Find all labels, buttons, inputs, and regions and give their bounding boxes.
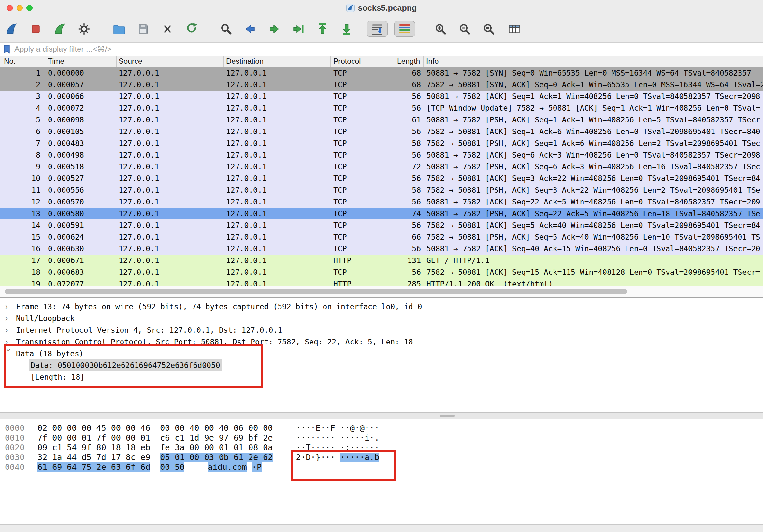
packet-row[interactable]: 8 0.000498 127.0.0.1 127.0.0.1 TCP 56 50… bbox=[0, 149, 763, 161]
go-to-packet-button[interactable] bbox=[291, 22, 306, 36]
last-packet-button[interactable] bbox=[340, 22, 354, 36]
arrow-left-icon bbox=[243, 22, 257, 36]
expander-icon[interactable] bbox=[19, 371, 31, 383]
packet-row[interactable]: 11 0.000556 127.0.0.1 127.0.0.1 TCP 58 7… bbox=[0, 184, 763, 196]
packet-row[interactable]: 2 0.000057 127.0.0.1 127.0.0.1 TCP 68 75… bbox=[0, 79, 763, 91]
hex-row[interactable]: 0000 02 00 00 00 45 00 00 46 00 00 40 00… bbox=[0, 423, 763, 433]
detail-line[interactable]: › Transmission Control Protocol, Src Por… bbox=[0, 336, 763, 348]
hex-row[interactable]: 0020 09 c1 54 9f 80 18 18 eb fe 3a 00 00… bbox=[0, 443, 763, 453]
packet-destination: 127.0.0.1 bbox=[224, 126, 331, 137]
packet-source: 127.0.0.1 bbox=[117, 278, 224, 286]
packet-time: 0.000518 bbox=[46, 161, 117, 173]
close-button[interactable] bbox=[7, 5, 13, 11]
packet-row[interactable]: 12 0.000570 127.0.0.1 127.0.0.1 TCP 56 5… bbox=[0, 196, 763, 208]
hex-row[interactable]: 0030 32 1a 44 d5 7d 17 8c e9 05 01 00 03… bbox=[0, 453, 763, 462]
column-header-info[interactable]: Info bbox=[423, 56, 763, 67]
packet-row[interactable]: 1 0.000000 127.0.0.1 127.0.0.1 TCP 68 50… bbox=[0, 67, 763, 79]
packet-length: 56 bbox=[394, 91, 423, 102]
bookmark-icon[interactable] bbox=[3, 44, 10, 54]
detail-line[interactable]: Data: 050100030b612e62616964752e636f6d00… bbox=[0, 359, 763, 371]
packet-destination: 127.0.0.1 bbox=[224, 102, 331, 114]
hex-bytes-left: 32 1a 44 d5 7d 17 8c e9 bbox=[38, 453, 150, 462]
detail-line[interactable]: › Data (18 bytes) bbox=[0, 348, 763, 359]
detail-line[interactable]: › Frame 13: 74 bytes on wire (592 bits),… bbox=[0, 301, 763, 312]
expander-icon[interactable]: › bbox=[3, 348, 15, 360]
auto-scroll-button[interactable] bbox=[367, 21, 388, 37]
packet-time: 0.000580 bbox=[46, 208, 117, 220]
packet-details-pane: › Frame 13: 74 bytes on wire (592 bits),… bbox=[0, 298, 763, 412]
hex-row[interactable]: 0040 61 69 64 75 2e 63 6f 6d 00 50 aidu.… bbox=[0, 462, 763, 472]
splitter-handle-icon[interactable] bbox=[440, 415, 455, 417]
packet-row[interactable]: 13 0.000580 127.0.0.1 127.0.0.1 TCP 74 5… bbox=[0, 208, 763, 220]
packet-protocol: TCP bbox=[331, 67, 394, 79]
detail-line[interactable]: [Length: 18] bbox=[0, 371, 763, 383]
hex-bytes-right: c6 c1 1d 9e 97 69 bf 2e bbox=[160, 433, 273, 443]
column-header-length[interactable]: Length bbox=[394, 56, 423, 67]
column-header-source[interactable]: Source bbox=[117, 56, 224, 67]
reload-file-button[interactable] bbox=[184, 22, 199, 36]
packet-list-header: No. Time Source Destination Protocol Len… bbox=[0, 56, 763, 67]
packet-row[interactable]: 16 0.000630 127.0.0.1 127.0.0.1 TCP 56 5… bbox=[0, 243, 763, 255]
packet-source: 127.0.0.1 bbox=[117, 114, 224, 126]
hex-row[interactable]: 0010 7f 00 00 01 7f 00 00 01 c6 c1 1d 9e… bbox=[0, 433, 763, 443]
start-capture-button[interactable] bbox=[5, 22, 19, 36]
first-packet-button[interactable] bbox=[315, 22, 330, 36]
packet-row[interactable]: 19 0.072077 127.0.0.1 127.0.0.1 HTTP 285… bbox=[0, 278, 763, 286]
colorize-icon bbox=[397, 22, 412, 36]
packet-row[interactable]: 7 0.000483 127.0.0.1 127.0.0.1 TCP 58 75… bbox=[0, 137, 763, 149]
packet-row[interactable]: 18 0.000683 127.0.0.1 127.0.0.1 TCP 56 7… bbox=[0, 266, 763, 278]
packet-no: 12 bbox=[0, 196, 46, 208]
display-filter-input[interactable] bbox=[14, 44, 763, 54]
zoom-normal-button[interactable] bbox=[482, 22, 496, 36]
minimize-button[interactable] bbox=[17, 5, 23, 11]
ascii-left: aidu.com bbox=[207, 462, 247, 472]
packet-row[interactable]: 9 0.000518 127.0.0.1 127.0.0.1 TCP 72 50… bbox=[0, 161, 763, 173]
resize-columns-button[interactable] bbox=[507, 22, 521, 36]
stop-capture-button[interactable] bbox=[29, 22, 43, 36]
column-header-protocol[interactable]: Protocol bbox=[331, 56, 394, 67]
open-file-button[interactable] bbox=[112, 22, 126, 36]
hex-offset: 0040 bbox=[0, 462, 33, 472]
packet-destination: 127.0.0.1 bbox=[224, 67, 331, 79]
packet-destination: 127.0.0.1 bbox=[224, 231, 331, 243]
packet-row[interactable]: 5 0.000098 127.0.0.1 127.0.0.1 TCP 61 50… bbox=[0, 114, 763, 126]
expander-icon[interactable]: › bbox=[4, 336, 16, 348]
column-header-time[interactable]: Time bbox=[46, 56, 117, 67]
packet-no: 5 bbox=[0, 114, 46, 126]
packet-no: 10 bbox=[0, 173, 46, 184]
colorize-button[interactable] bbox=[394, 21, 415, 37]
zoom-button[interactable] bbox=[26, 5, 33, 11]
save-file-button[interactable] bbox=[136, 22, 151, 36]
packet-row[interactable]: 10 0.000527 127.0.0.1 127.0.0.1 TCP 56 7… bbox=[0, 173, 763, 184]
go-forward-button[interactable] bbox=[267, 22, 281, 36]
expander-icon[interactable]: › bbox=[4, 301, 16, 312]
expander-icon[interactable]: › bbox=[4, 324, 16, 336]
packet-row[interactable]: 3 0.000066 127.0.0.1 127.0.0.1 TCP 56 50… bbox=[0, 91, 763, 102]
packet-destination: 127.0.0.1 bbox=[224, 278, 331, 286]
detail-line[interactable]: › Null/Loopback bbox=[0, 312, 763, 324]
expander-icon[interactable]: › bbox=[4, 312, 16, 324]
packet-no: 15 bbox=[0, 231, 46, 243]
find-packet-button[interactable] bbox=[219, 22, 233, 36]
restart-fin-icon bbox=[53, 22, 67, 36]
column-header-no[interactable]: No. bbox=[0, 56, 46, 67]
pane-splitter[interactable] bbox=[0, 412, 763, 419]
restart-capture-button[interactable] bbox=[53, 22, 67, 36]
zoom-in-button[interactable] bbox=[433, 22, 448, 36]
column-header-destination[interactable]: Destination bbox=[224, 56, 331, 67]
zoom-out-button[interactable] bbox=[457, 22, 472, 36]
packet-time: 0.072077 bbox=[46, 278, 117, 286]
go-back-button[interactable] bbox=[243, 22, 257, 36]
packet-row[interactable]: 4 0.000072 127.0.0.1 127.0.0.1 TCP 56 [T… bbox=[0, 102, 763, 114]
packet-row[interactable]: 14 0.000591 127.0.0.1 127.0.0.1 TCP 56 7… bbox=[0, 220, 763, 231]
packet-row[interactable]: 17 0.000671 127.0.0.1 127.0.0.1 HTTP 131… bbox=[0, 255, 763, 266]
capture-options-button[interactable] bbox=[77, 22, 91, 36]
packet-row[interactable]: 15 0.000624 127.0.0.1 127.0.0.1 TCP 66 7… bbox=[0, 231, 763, 243]
packet-protocol: TCP bbox=[331, 137, 394, 149]
packet-destination: 127.0.0.1 bbox=[224, 184, 331, 196]
horizontal-scrollbar-thumb[interactable] bbox=[5, 289, 627, 294]
hex-offset: 0010 bbox=[0, 433, 33, 443]
close-file-button[interactable] bbox=[160, 22, 174, 36]
detail-line[interactable]: › Internet Protocol Version 4, Src: 127.… bbox=[0, 324, 763, 336]
packet-row[interactable]: 6 0.000105 127.0.0.1 127.0.0.1 TCP 56 75… bbox=[0, 126, 763, 137]
